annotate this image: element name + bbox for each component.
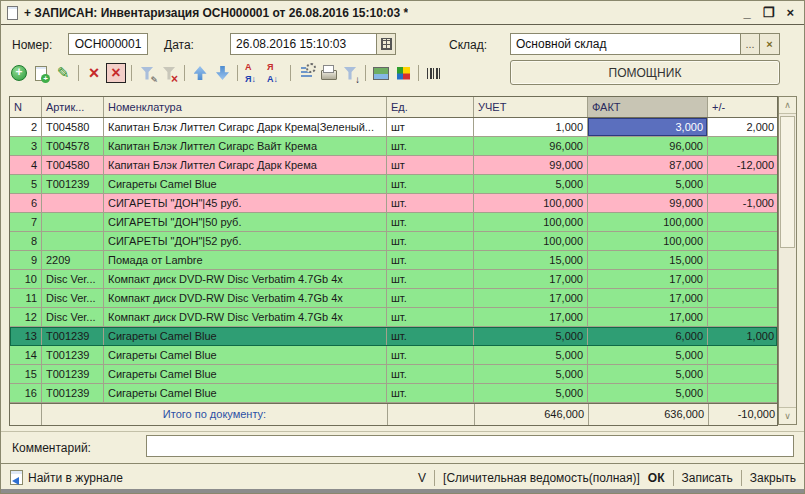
cell-article[interactable]: Disc Ver... <box>42 308 104 326</box>
scroll-up-icon[interactable]: ∧ <box>779 97 796 114</box>
print-icon[interactable] <box>318 63 338 83</box>
cell-fact[interactable]: 96,000 <box>588 137 708 155</box>
cell-article[interactable] <box>42 232 104 250</box>
cell-article[interactable]: Disc Ver... <box>42 270 104 288</box>
cell-diff[interactable] <box>708 384 778 402</box>
column-header[interactable]: Ед. <box>387 97 474 117</box>
cell-plan[interactable]: 17,000 <box>474 289 588 307</box>
cell-nomenclature[interactable]: Капитан Блэк Литтел Сигарс Дарк Крема <box>104 156 387 174</box>
cell-line-number[interactable]: 4 <box>10 156 42 174</box>
cell-diff[interactable] <box>708 213 778 231</box>
cell-unit[interactable]: шт. <box>387 194 474 212</box>
cell-diff[interactable] <box>708 308 778 326</box>
cell-fact[interactable]: 99,000 <box>588 194 708 212</box>
image-icon[interactable] <box>371 63 391 83</box>
cell-unit[interactable]: шт. <box>387 308 474 326</box>
cell-article[interactable] <box>42 194 104 212</box>
column-header[interactable]: Артик... <box>42 97 104 117</box>
cell-plan[interactable]: 100,000 <box>474 232 588 250</box>
cell-article[interactable]: Т001239 <box>42 346 104 364</box>
cell-unit[interactable]: шт. <box>387 213 474 231</box>
cell-diff[interactable]: -1,000 <box>708 194 778 212</box>
cell-unit[interactable]: шт. <box>387 232 474 250</box>
cell-unit[interactable]: шт. <box>387 175 474 193</box>
minimize-button[interactable]: _ <box>744 6 751 20</box>
find-in-journal-button[interactable]: Найти в журнале <box>28 471 123 485</box>
cell-plan[interactable]: 17,000 <box>474 308 588 326</box>
cell-plan[interactable]: 1,000 <box>474 118 588 136</box>
cell-article[interactable] <box>42 213 104 231</box>
colors-icon[interactable] <box>393 63 413 83</box>
cell-diff[interactable] <box>708 289 778 307</box>
warehouse-clear-button[interactable]: × <box>760 33 780 55</box>
warehouse-select-button[interactable]: ... <box>740 33 760 55</box>
move-up-icon[interactable] <box>190 63 210 83</box>
cell-fact[interactable]: 5,000 <box>588 365 708 383</box>
cell-plan[interactable]: 5,000 <box>474 365 588 383</box>
cell-nomenclature[interactable]: Компакт диск DVD-RW Disc Verbatim 4.7Gb … <box>104 308 387 326</box>
cell-unit[interactable]: шт. <box>387 327 474 345</box>
column-header[interactable]: Номенклатура <box>104 97 387 117</box>
cell-plan[interactable]: 100,000 <box>474 213 588 231</box>
cell-fact[interactable]: 5,000 <box>588 384 708 402</box>
cell-plan[interactable]: 15,000 <box>474 251 588 269</box>
cell-plan[interactable]: 17,000 <box>474 270 588 288</box>
cell-fact[interactable]: 5,000 <box>588 346 708 364</box>
scrollbar-thumb[interactable] <box>780 116 795 248</box>
cell-line-number[interactable]: 13 <box>10 327 42 345</box>
cell-article[interactable]: Т004580 <box>42 156 104 174</box>
cell-unit[interactable]: шт. <box>387 346 474 364</box>
close-form-button[interactable]: Закрыть <box>750 471 796 485</box>
cell-diff[interactable]: 2,000 <box>708 118 778 136</box>
cell-diff[interactable] <box>708 251 778 269</box>
cell-plan[interactable]: 100,000 <box>474 194 588 212</box>
cell-article[interactable]: Т001239 <box>42 365 104 383</box>
cell-plan[interactable]: 5,000 <box>474 175 588 193</box>
date-field[interactable] <box>230 33 376 55</box>
column-header[interactable]: +/- <box>708 97 778 117</box>
move-down-icon[interactable] <box>212 63 232 83</box>
cell-line-number[interactable]: 14 <box>10 346 42 364</box>
cell-nomenclature[interactable]: Капитан Блэк Литтел Сигарс Дарк Крема|Зе… <box>104 118 387 136</box>
cell-nomenclature[interactable]: Компакт диск DVD-RW Disc Verbatim 4.7Gb … <box>104 289 387 307</box>
delete-marked-icon[interactable] <box>106 63 126 83</box>
cell-article[interactable]: Т001239 <box>42 175 104 193</box>
cell-diff[interactable] <box>708 175 778 193</box>
cell-nomenclature[interactable]: СИГАРЕТЫ "ДОН"|52 руб. <box>104 232 387 250</box>
cell-fact[interactable]: 87,000 <box>588 156 708 174</box>
cell-fact[interactable]: 17,000 <box>588 308 708 326</box>
calendar-button[interactable] <box>376 33 396 55</box>
sort-asc-icon[interactable] <box>243 63 263 83</box>
cell-line-number[interactable]: 6 <box>10 194 42 212</box>
list-settings-icon[interactable] <box>296 63 316 83</box>
filter-clear-icon[interactable] <box>159 63 179 83</box>
cell-article[interactable]: Т001239 <box>42 384 104 402</box>
table-row[interactable]: 4Т004580Капитан Блэк Литтел Сигарс Дарк … <box>10 156 777 175</box>
cell-nomenclature[interactable]: СИГАРЕТЫ "ДОН"|50 руб. <box>104 213 387 231</box>
table-row[interactable]: 10Disc Ver...Компакт диск DVD-RW Disc Ve… <box>10 270 777 289</box>
cell-plan[interactable]: 5,000 <box>474 346 588 364</box>
cell-fact[interactable]: 6,000 <box>588 327 708 345</box>
warehouse-field[interactable] <box>510 33 740 55</box>
cell-nomenclature[interactable]: Компакт диск DVD-RW Disc Verbatim 4.7Gb … <box>104 270 387 288</box>
cell-article[interactable]: 2209 <box>42 251 104 269</box>
table-row[interactable]: 7СИГАРЕТЫ "ДОН"|50 руб.шт.100,000100,000 <box>10 213 777 232</box>
table-scrollbar[interactable]: ∧ ∨ <box>778 96 797 425</box>
table-row[interactable]: 13Т001239Сигареты Camel Blueшт.5,0006,00… <box>10 327 777 346</box>
cell-article[interactable]: Т004580 <box>42 118 104 136</box>
cell-diff[interactable] <box>708 365 778 383</box>
table-row[interactable]: 12Disc Ver...Компакт диск DVD-RW Disc Ve… <box>10 308 777 327</box>
cell-fact[interactable]: 100,000 <box>588 213 708 231</box>
cell-nomenclature[interactable]: Сигареты Camel Blue <box>104 384 387 402</box>
cell-article[interactable]: Т001239 <box>42 327 104 345</box>
cell-unit[interactable]: шт. <box>387 137 474 155</box>
table-row[interactable]: 11Disc Ver...Компакт диск DVD-RW Disc Ve… <box>10 289 777 308</box>
cell-line-number[interactable]: 8 <box>10 232 42 250</box>
cell-nomenclature[interactable]: Сигареты Camel Blue <box>104 327 387 345</box>
barcode-icon[interactable] <box>424 63 444 83</box>
cell-plan[interactable]: 5,000 <box>474 327 588 345</box>
cell-diff[interactable]: -12,000 <box>708 156 778 174</box>
cell-line-number[interactable]: 3 <box>10 137 42 155</box>
cell-nomenclature[interactable]: Сигареты Camel Blue <box>104 175 387 193</box>
copy-icon[interactable] <box>31 63 51 83</box>
